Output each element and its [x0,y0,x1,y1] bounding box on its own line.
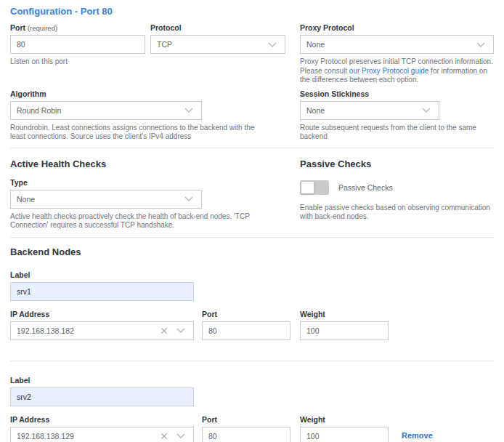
node-1-remove-wrap: Remove [402,428,433,442]
chevron-down-icon[interactable] [174,433,187,438]
algorithm-label: Algorithm [10,89,261,99]
node-weight-label: Weight [300,310,389,319]
proxy-protocol-guide-link[interactable]: our Proxy Protocol guide [349,67,429,75]
node-1-weight-field: Weight [300,415,389,442]
row-port-protocol: Port (required) Listen on this port Prot… [10,23,494,85]
ip-address-label: IP Address [10,310,194,319]
divider [10,237,494,238]
active-health-checks-helper: Active health checks proactively check t… [10,212,261,230]
proxy-protocol-helper: Proxy Protocol preserves initial TCP con… [300,57,494,85]
passive-checks-toggle-row: Passive Checks [300,180,494,195]
clear-icon[interactable] [158,433,170,440]
required-suffix: (required) [28,24,57,32]
active-health-checks-heading: Active Health Checks [10,158,261,170]
row-health-checks: Active Health Checks Type None Active he… [10,158,494,230]
chevron-down-icon [266,42,279,47]
node-0-ip-combobox[interactable]: 192.168.138.182 [10,321,194,340]
remove-node-button[interactable]: Remove [402,431,433,440]
node-label-label: Label [10,270,494,280]
divider [10,148,494,148]
node-1-port-field: Port [202,415,290,442]
algorithm-field: Algorithm Round Robin Roundrobin. Least … [10,89,261,142]
session-stickiness-select[interactable]: None [300,101,439,120]
proxy-protocol-field: Proxy Protocol None Proxy Protocol prese… [300,23,494,85]
node-0-address-row: IP Address 192.168.138.182 Port Weight [10,310,494,340]
port-helper: Listen on this port [10,57,145,67]
node-0-label-input[interactable] [10,282,194,301]
node-port-label: Port [202,310,290,319]
algorithm-select[interactable]: Round Robin [10,101,202,120]
nodebalancer-config-panel: Configuration - Port 80 Port (required) … [0,0,504,442]
passive-checks-helper: Enable passive checks based on observing… [300,204,494,222]
passive-checks-toggle-label: Passive Checks [338,183,393,192]
node-1-label-input[interactable] [10,387,194,406]
health-check-type-label: Type [10,178,261,188]
node-weight-label: Weight [300,415,389,425]
port-label: Port (required) [10,23,145,33]
chevron-down-icon [182,196,195,201]
proxy-protocol-label: Proxy Protocol [300,23,494,33]
chevron-down-icon [474,42,487,47]
ip-address-label: IP Address [10,415,194,425]
node-1-ip-combobox[interactable]: 192.168.138.129 [10,427,194,442]
passive-checks-section: Passive Checks Passive Checks Enable pas… [300,158,494,222]
session-stickiness-field: Session Stickiness None Route subsequent… [300,89,494,142]
page-title: Configuration - Port 80 [10,6,494,17]
node-label-label: Label [10,376,494,385]
node-0-weight-input[interactable] [300,321,389,340]
chevron-down-icon[interactable] [174,328,187,333]
passive-checks-toggle[interactable] [300,180,329,195]
passive-checks-heading: Passive Checks [300,158,494,170]
chevron-down-icon [182,108,195,113]
active-health-checks-section: Active Health Checks Type None Active he… [10,158,261,230]
toggle-knob-icon [301,181,314,194]
node-port-label: Port [202,415,290,425]
backend-node-0: Label IP Address 192.168.138.182 Port [10,270,494,340]
protocol-field: Protocol TCP [150,23,285,54]
port-field: Port (required) Listen on this port [10,23,145,67]
backend-node-1: Label IP Address 192.168.138.129 Port [10,376,494,442]
node-1-weight-input[interactable] [300,427,389,442]
port-input[interactable] [10,35,145,54]
row-algorithm-stickiness: Algorithm Round Robin Roundrobin. Least … [10,89,494,142]
proxy-protocol-select[interactable]: None [300,35,494,54]
node-1-port-input[interactable] [202,427,290,442]
node-1-ip-field: IP Address 192.168.138.129 [10,415,194,442]
backend-nodes-heading: Backend Nodes [10,246,494,258]
node-0-ip-field: IP Address 192.168.138.182 [10,310,194,340]
divider [10,361,494,361]
node-0-port-field: Port [202,310,290,340]
node-1-address-row: IP Address 192.168.138.129 Port Weight [10,415,494,442]
chevron-down-icon [420,108,433,113]
health-check-type-select[interactable]: None [10,190,202,209]
node-0-port-input[interactable] [202,321,290,340]
node-0-weight-field: Weight [300,310,389,340]
protocol-label: Protocol [150,23,285,33]
protocol-select[interactable]: TCP [150,35,285,54]
session-stickiness-label: Session Stickiness [300,89,494,99]
session-stickiness-helper: Route subsequent requests from the clien… [300,124,494,142]
clear-icon[interactable] [158,327,170,334]
algorithm-helper: Roundrobin. Least connections assigns co… [10,124,261,142]
